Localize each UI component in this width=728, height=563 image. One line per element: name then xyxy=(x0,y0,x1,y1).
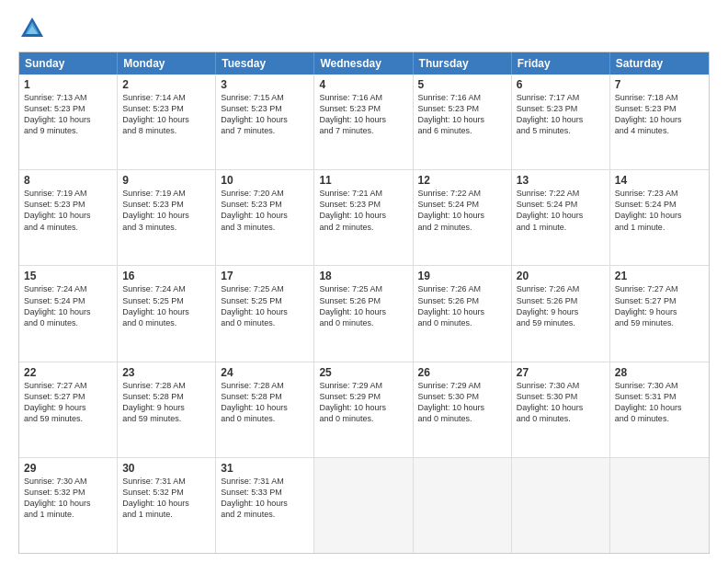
calendar-header: SundayMondayTuesdayWednesdayThursdayFrid… xyxy=(19,52,709,75)
cal-header-cell: Monday xyxy=(118,52,216,75)
day-number: 3 xyxy=(221,78,309,91)
cal-cell: 26Sunrise: 7:29 AM Sunset: 5:30 PM Dayli… xyxy=(414,362,512,457)
day-number: 12 xyxy=(418,174,506,187)
day-info: Sunrise: 7:27 AM Sunset: 5:27 PM Dayligh… xyxy=(24,380,112,425)
cal-cell: 23Sunrise: 7:28 AM Sunset: 5:28 PM Dayli… xyxy=(118,362,216,457)
cal-cell: 16Sunrise: 7:24 AM Sunset: 5:25 PM Dayli… xyxy=(118,266,216,361)
day-info: Sunrise: 7:15 AM Sunset: 5:23 PM Dayligh… xyxy=(221,92,309,137)
day-number: 18 xyxy=(319,270,407,282)
cal-header-cell: Saturday xyxy=(610,52,709,75)
cal-cell: 24Sunrise: 7:28 AM Sunset: 5:28 PM Dayli… xyxy=(216,362,314,457)
day-info: Sunrise: 7:28 AM Sunset: 5:28 PM Dayligh… xyxy=(122,380,210,425)
day-info: Sunrise: 7:29 AM Sunset: 5:29 PM Dayligh… xyxy=(319,380,407,425)
day-number: 19 xyxy=(418,270,506,282)
day-info: Sunrise: 7:24 AM Sunset: 5:25 PM Dayligh… xyxy=(122,283,210,328)
day-number: 21 xyxy=(615,270,704,282)
cal-cell: 30Sunrise: 7:31 AM Sunset: 5:32 PM Dayli… xyxy=(118,458,216,553)
day-number: 6 xyxy=(517,78,605,91)
day-info: Sunrise: 7:27 AM Sunset: 5:27 PM Dayligh… xyxy=(615,283,704,328)
cal-cell-empty xyxy=(512,458,610,553)
day-number: 10 xyxy=(221,174,309,187)
day-number: 2 xyxy=(122,78,210,91)
day-number: 5 xyxy=(418,78,506,91)
day-info: Sunrise: 7:30 AM Sunset: 5:31 PM Dayligh… xyxy=(615,380,704,425)
day-info: Sunrise: 7:31 AM Sunset: 5:32 PM Dayligh… xyxy=(122,476,210,521)
cal-cell: 31Sunrise: 7:31 AM Sunset: 5:33 PM Dayli… xyxy=(216,458,314,553)
day-info: Sunrise: 7:21 AM Sunset: 5:23 PM Dayligh… xyxy=(319,188,407,233)
cal-week: 15Sunrise: 7:24 AM Sunset: 5:24 PM Dayli… xyxy=(19,266,709,362)
day-number: 8 xyxy=(24,174,112,187)
day-number: 25 xyxy=(319,366,407,379)
day-number: 17 xyxy=(221,270,309,282)
cal-cell: 19Sunrise: 7:26 AM Sunset: 5:26 PM Dayli… xyxy=(414,266,512,361)
day-number: 28 xyxy=(615,366,704,379)
day-number: 30 xyxy=(122,462,210,475)
cal-week: 22Sunrise: 7:27 AM Sunset: 5:27 PM Dayli… xyxy=(19,362,709,458)
cal-cell: 18Sunrise: 7:25 AM Sunset: 5:26 PM Dayli… xyxy=(314,266,413,361)
day-info: Sunrise: 7:29 AM Sunset: 5:30 PM Dayligh… xyxy=(418,380,506,425)
cal-header-cell: Thursday xyxy=(414,52,512,75)
day-number: 14 xyxy=(615,174,704,187)
calendar: SundayMondayTuesdayWednesdayThursdayFrid… xyxy=(18,52,710,554)
cal-cell-empty xyxy=(314,458,413,553)
day-number: 24 xyxy=(221,366,309,379)
logo-icon xyxy=(18,15,46,42)
cal-cell: 5Sunrise: 7:16 AM Sunset: 5:23 PM Daylig… xyxy=(414,75,512,169)
day-info: Sunrise: 7:19 AM Sunset: 5:23 PM Dayligh… xyxy=(122,188,210,233)
cal-week: 1Sunrise: 7:13 AM Sunset: 5:23 PM Daylig… xyxy=(19,75,709,170)
cal-cell: 4Sunrise: 7:16 AM Sunset: 5:23 PM Daylig… xyxy=(314,75,413,169)
day-number: 26 xyxy=(418,366,506,379)
day-number: 23 xyxy=(122,366,210,379)
day-info: Sunrise: 7:30 AM Sunset: 5:30 PM Dayligh… xyxy=(517,380,605,425)
cal-cell: 20Sunrise: 7:26 AM Sunset: 5:26 PM Dayli… xyxy=(512,266,610,361)
cal-cell: 14Sunrise: 7:23 AM Sunset: 5:24 PM Dayli… xyxy=(610,170,709,265)
cal-cell: 13Sunrise: 7:22 AM Sunset: 5:24 PM Dayli… xyxy=(512,170,610,265)
cal-cell: 15Sunrise: 7:24 AM Sunset: 5:24 PM Dayli… xyxy=(19,266,118,361)
day-info: Sunrise: 7:13 AM Sunset: 5:23 PM Dayligh… xyxy=(24,92,112,137)
day-number: 11 xyxy=(319,174,407,187)
day-number: 31 xyxy=(221,462,309,475)
day-number: 15 xyxy=(24,270,112,282)
day-info: Sunrise: 7:22 AM Sunset: 5:24 PM Dayligh… xyxy=(418,188,506,233)
day-info: Sunrise: 7:14 AM Sunset: 5:23 PM Dayligh… xyxy=(122,92,210,137)
cal-week: 8Sunrise: 7:19 AM Sunset: 5:23 PM Daylig… xyxy=(19,170,709,266)
day-info: Sunrise: 7:22 AM Sunset: 5:24 PM Dayligh… xyxy=(517,188,605,233)
cal-cell: 7Sunrise: 7:18 AM Sunset: 5:23 PM Daylig… xyxy=(610,75,709,169)
day-number: 22 xyxy=(24,366,112,379)
cal-cell: 22Sunrise: 7:27 AM Sunset: 5:27 PM Dayli… xyxy=(19,362,118,457)
day-info: Sunrise: 7:16 AM Sunset: 5:23 PM Dayligh… xyxy=(418,92,506,137)
day-number: 27 xyxy=(517,366,605,379)
cal-cell: 8Sunrise: 7:19 AM Sunset: 5:23 PM Daylig… xyxy=(19,170,118,265)
day-info: Sunrise: 7:25 AM Sunset: 5:26 PM Dayligh… xyxy=(319,283,407,328)
cal-cell: 27Sunrise: 7:30 AM Sunset: 5:30 PM Dayli… xyxy=(512,362,610,457)
cal-header-cell: Wednesday xyxy=(314,52,413,75)
cal-cell: 29Sunrise: 7:30 AM Sunset: 5:32 PM Dayli… xyxy=(19,458,118,553)
day-info: Sunrise: 7:20 AM Sunset: 5:23 PM Dayligh… xyxy=(221,188,309,233)
cal-cell: 28Sunrise: 7:30 AM Sunset: 5:31 PM Dayli… xyxy=(610,362,709,457)
cal-header-cell: Tuesday xyxy=(216,52,314,75)
day-info: Sunrise: 7:24 AM Sunset: 5:24 PM Dayligh… xyxy=(24,283,112,328)
day-number: 16 xyxy=(122,270,210,282)
cal-header-cell: Sunday xyxy=(19,52,118,75)
cal-cell: 10Sunrise: 7:20 AM Sunset: 5:23 PM Dayli… xyxy=(216,170,314,265)
day-info: Sunrise: 7:16 AM Sunset: 5:23 PM Dayligh… xyxy=(319,92,407,137)
day-number: 20 xyxy=(517,270,605,282)
cal-cell: 12Sunrise: 7:22 AM Sunset: 5:24 PM Dayli… xyxy=(414,170,512,265)
cal-cell-empty xyxy=(610,458,709,553)
day-info: Sunrise: 7:17 AM Sunset: 5:23 PM Dayligh… xyxy=(517,92,605,137)
cal-cell: 21Sunrise: 7:27 AM Sunset: 5:27 PM Dayli… xyxy=(610,266,709,361)
day-info: Sunrise: 7:18 AM Sunset: 5:23 PM Dayligh… xyxy=(615,92,704,137)
cal-cell: 11Sunrise: 7:21 AM Sunset: 5:23 PM Dayli… xyxy=(314,170,413,265)
day-info: Sunrise: 7:28 AM Sunset: 5:28 PM Dayligh… xyxy=(221,380,309,425)
cal-cell: 1Sunrise: 7:13 AM Sunset: 5:23 PM Daylig… xyxy=(19,75,118,169)
cal-cell-empty xyxy=(414,458,512,553)
cal-cell: 17Sunrise: 7:25 AM Sunset: 5:25 PM Dayli… xyxy=(216,266,314,361)
day-info: Sunrise: 7:30 AM Sunset: 5:32 PM Dayligh… xyxy=(24,476,112,521)
day-info: Sunrise: 7:23 AM Sunset: 5:24 PM Dayligh… xyxy=(615,188,704,233)
day-info: Sunrise: 7:26 AM Sunset: 5:26 PM Dayligh… xyxy=(517,283,605,328)
cal-cell: 25Sunrise: 7:29 AM Sunset: 5:29 PM Dayli… xyxy=(314,362,413,457)
logo xyxy=(18,15,50,42)
day-number: 4 xyxy=(319,78,407,91)
cal-cell: 3Sunrise: 7:15 AM Sunset: 5:23 PM Daylig… xyxy=(216,75,314,169)
page-header xyxy=(18,15,710,42)
